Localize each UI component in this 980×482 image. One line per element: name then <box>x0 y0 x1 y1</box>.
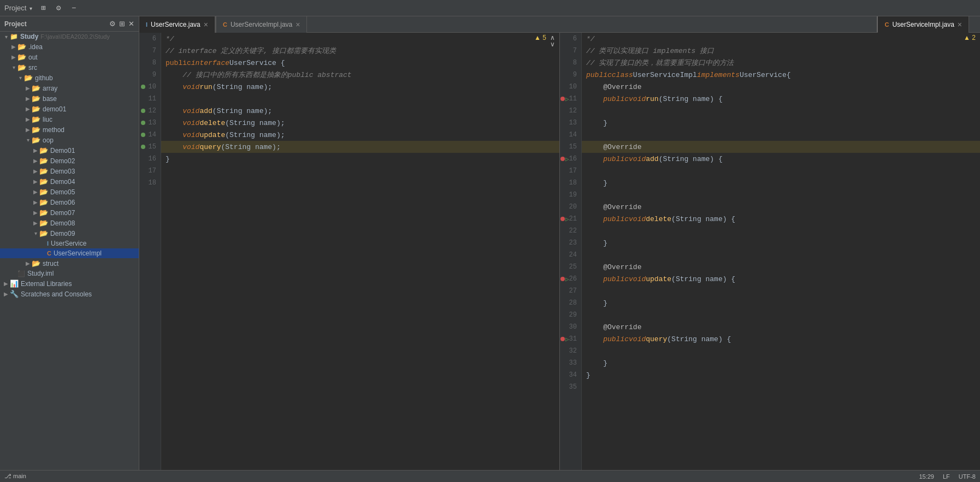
folder-icon: 📂 <box>39 157 48 165</box>
sidebar-item-oop[interactable]: ▾ 📂 oop <box>0 135 139 145</box>
sidebar-item-study-iml[interactable]: ⬛ Study.iml <box>0 269 139 278</box>
sidebar-item-Demo08[interactable]: ▶📂Demo08 <box>0 218 139 228</box>
line-number: 29 <box>569 311 577 319</box>
line-num-14: 14 <box>139 129 161 141</box>
line-num-r9: 9 <box>560 69 581 81</box>
sidebar-item-out[interactable]: ▶ 📂 out <box>0 52 139 62</box>
line-number: 6 <box>573 35 577 43</box>
line-num-r19: 19 <box>560 189 581 201</box>
sidebar-item-Demo01[interactable]: ▶📂Demo01 <box>0 145 139 156</box>
code-line-r32 <box>582 345 980 357</box>
left-editor-panel: 6 7 8 9 10 11 12 <box>139 33 560 470</box>
right-code-area[interactable]: ▲ 2 */ // 类可以实现接口 implements 接口 // 实现了接口… <box>582 33 980 470</box>
sidebar-item-src[interactable]: ▾ 📂 src <box>0 62 139 73</box>
tab-close-icon[interactable]: × <box>204 20 208 29</box>
sidebar-item-label: UserService <box>51 240 86 247</box>
sidebar-header: Project ⚙ ⊞ ✕ <box>0 16 139 32</box>
code-line-9: // 接口中的所有东西都是抽象的public abstract <box>161 69 559 81</box>
line-number: 11 <box>569 95 577 103</box>
line-num-15: 15 <box>139 141 161 153</box>
tab-close-icon[interactable]: × <box>958 20 962 29</box>
sidebar-item-struct[interactable]: ▶📂struct <box>0 258 139 269</box>
close-sidebar-icon[interactable]: ✕ <box>128 20 134 28</box>
layout-icon[interactable]: ⊞ <box>119 20 125 28</box>
sidebar-item-base[interactable]: ▶ 📂 base <box>0 93 139 104</box>
line-num-r29: 29 <box>560 309 581 321</box>
sidebar-item-Demo06[interactable]: ▶📂Demo06 <box>0 197 139 207</box>
line-num-r6: 6 <box>560 33 581 45</box>
project-label: Project <box>4 4 26 12</box>
line-num-r7: 7 <box>560 45 581 57</box>
encoding: UTF-8 <box>959 473 976 480</box>
arrow-icon: ▾ <box>10 64 17 70</box>
project-menu[interactable]: Project ▾ <box>4 4 32 12</box>
line-number: 16 <box>569 155 577 163</box>
line-num-r16: ▷ 16 <box>560 153 581 165</box>
sidebar-item-Demo04[interactable]: ▶📂Demo04 <box>0 176 139 187</box>
arrow-icon: ▶ <box>32 158 39 164</box>
left-editor-content[interactable]: 6 7 8 9 10 11 12 <box>139 33 559 470</box>
tab-close-icon[interactable]: × <box>296 20 300 29</box>
sidebar-item-scratches[interactable]: ▶ 🔧 Scratches and Consoles <box>0 289 139 299</box>
left-code-area[interactable]: ▲ 5 ∧ ∨ */ // interface 定义的关键字, 接口都需要有实现… <box>161 33 559 470</box>
sidebar-item-Demo05[interactable]: ▶📂Demo05 <box>0 187 139 197</box>
sidebar-item-Demo03[interactable]: ▶📂Demo03 <box>0 166 139 176</box>
line-number: 33 <box>569 359 577 367</box>
folder-icon: 📂 <box>32 126 40 134</box>
code-line-17 <box>161 165 559 177</box>
line-num-6: 6 <box>139 33 161 45</box>
code-line-r34: } <box>582 369 980 381</box>
code-line-11 <box>161 93 559 105</box>
sidebar-item-UserServiceImpl[interactable]: C UserServiceImpl <box>0 248 139 258</box>
line-num-r8: 8 <box>560 57 581 69</box>
arrow-icon: ▶ <box>32 168 39 174</box>
folder-icon: 📂 <box>39 177 48 186</box>
tab-UserServiceImpl-right[interactable]: C UserServiceImpl.java × <box>878 16 969 33</box>
line-number: 9 <box>573 71 577 79</box>
sidebar-item-Demo09[interactable]: ▾📂Demo09 <box>0 228 139 239</box>
gutter-red-16 <box>560 157 565 161</box>
sidebar-item-method[interactable]: ▶ 📂 method <box>0 124 139 135</box>
tab-UserServiceImpl-left[interactable]: C UserServiceImpl.java × <box>215 16 308 33</box>
sidebar-item-github[interactable]: ▾ 📂 github <box>0 73 139 83</box>
code-line-r23: } <box>582 237 980 249</box>
layout-icon[interactable]: ⊞ <box>39 4 48 13</box>
sidebar-item-label: src <box>28 64 37 72</box>
sidebar-item-UserService[interactable]: I UserService <box>0 239 139 248</box>
line-number: 20 <box>569 203 577 211</box>
code-line-7: // interface 定义的关键字, 接口都需要有实现类 <box>161 45 559 57</box>
sidebar-item-Demo02[interactable]: ▶📂Demo02 <box>0 156 139 166</box>
toolbar: Project ▾ ⊞ ⚙ − <box>0 0 980 16</box>
sidebar-item-label: Demo06 <box>50 199 75 206</box>
sidebar-item-label: liuc <box>43 116 52 123</box>
code-line-10: void run(String name); <box>161 81 559 93</box>
line-number: 31 <box>569 335 577 343</box>
sidebar-item-study[interactable]: ▾ 📁 Study F:\java\IDEA2020.2\Study <box>0 32 139 41</box>
line-separator: LF <box>943 473 950 480</box>
line-number: 7 <box>152 47 156 55</box>
folder-icon: 📂 <box>32 115 40 123</box>
settings-icon[interactable]: ⚙ <box>54 4 63 13</box>
sidebar-item-idea[interactable]: ▶ 📂 .idea <box>0 41 139 52</box>
sidebar-item-label: demo01 <box>43 105 66 113</box>
sidebar-item-Demo07[interactable]: ▶📂Demo07 <box>0 207 139 218</box>
tab-UserService[interactable]: I UserService.java × <box>139 16 215 33</box>
right-editor-panel: 6 7 8 9 10 ▷ 11 12 13 14 15 <box>560 33 980 470</box>
study-icon: 📁 <box>10 33 18 40</box>
sidebar-item-ext-libs[interactable]: ▶ 📊 External Libraries <box>0 278 139 289</box>
settings-icon[interactable]: ⚙ <box>109 20 116 28</box>
minimize-icon[interactable]: − <box>69 4 78 13</box>
class-tab-icon: C <box>884 21 889 28</box>
sidebar-item-label: base <box>43 95 57 103</box>
sidebar-item-liuc[interactable]: ▶ 📂 liuc <box>0 114 139 124</box>
sidebar-item-demo01[interactable]: ▶ 📂 demo01 <box>0 104 139 114</box>
status-bar: ⎇ main 15:29 LF UTF-8 <box>0 470 980 482</box>
code-line-r20: @Override <box>582 201 980 213</box>
line-num-r31: ▷ 31 <box>560 333 581 345</box>
code-line-r31: public void query(String name) { <box>582 333 980 345</box>
right-editor-content[interactable]: 6 7 8 9 10 ▷ 11 12 13 14 15 <box>560 33 980 470</box>
sidebar-item-array[interactable]: ▶ 📂 array <box>0 83 139 93</box>
gutter-override-21: ▷ <box>565 216 569 223</box>
class-file-icon: C <box>47 250 51 257</box>
arrow-icon: ▶ <box>24 260 32 266</box>
